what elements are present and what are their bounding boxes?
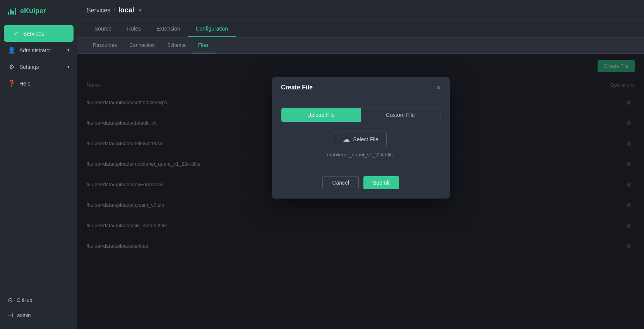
chevron-icon: ▾ (67, 48, 70, 53)
tab-extension[interactable]: Extension (149, 21, 188, 37)
header: Services / local ▾ (77, 0, 644, 21)
create-file-modal: Create File × Upload File Custom File ☁ … (272, 77, 450, 199)
main-content: Services / local ▾ Source Rules Extensio… (77, 0, 644, 329)
modal-footer: Cancel Submit (272, 176, 450, 199)
header-local: local (118, 6, 134, 14)
tab-source[interactable]: Source (87, 21, 119, 37)
select-file-label: Select File (353, 136, 378, 142)
modal-title: Create File (281, 84, 313, 91)
sidebar-bottom-admin[interactable]: ⊣ admin (0, 308, 77, 323)
github-label: GitHub (17, 297, 32, 303)
selected-file-name: mobilenet_quant_v1_224.tflite (327, 152, 394, 158)
administrator-icon: 👤 (8, 46, 15, 54)
upload-file-toggle[interactable]: Upload File (281, 108, 361, 122)
logo-text: eKuiper (20, 7, 46, 15)
modal-overlay: Create File × Upload File Custom File ☁ … (77, 54, 644, 329)
sidebar-nav: ⤢ Services 👤 Administrator ▾ ⚙ Settings … (0, 22, 77, 286)
header-services: Services (87, 7, 110, 14)
sidebar-item-label: Services (23, 31, 44, 37)
sidebar-item-label: Help (19, 81, 31, 87)
logo-icon (8, 8, 16, 15)
sidebar-bottom: ⊙ GitHub ⊣ admin (0, 286, 77, 329)
sidebar-item-label: Settings (19, 64, 39, 70)
sidebar-logo: eKuiper (0, 0, 77, 22)
settings-icon: ⚙ (8, 63, 15, 70)
sidebar-item-label: Administrator (19, 47, 51, 53)
select-file-area: ☁ Select File mobilenet_quant_v1_224.tfl… (281, 132, 440, 158)
upload-cloud-icon: ☁ (343, 135, 350, 144)
admin-icon: ⊣ (8, 312, 13, 319)
chevron-icon: ▾ (67, 64, 70, 69)
services-icon: ⤢ (12, 30, 19, 37)
sub-tabs: Resources Connection Schema Files (77, 38, 644, 54)
main-tabs: Source Rules Extension Configuration (77, 21, 644, 38)
submit-button[interactable]: Submit (363, 176, 399, 189)
tab-rules[interactable]: Rules (119, 21, 149, 37)
sidebar-bottom-github[interactable]: ⊙ GitHub (0, 293, 77, 308)
sub-tab-connection[interactable]: Connection (123, 38, 161, 53)
sidebar: eKuiper ⤢ Services 👤 Administrator ▾ ⚙ S… (0, 0, 77, 329)
help-icon: ❓ (8, 80, 15, 87)
cancel-button[interactable]: Cancel (322, 176, 359, 189)
sidebar-item-settings[interactable]: ⚙ Settings ▾ (0, 58, 77, 75)
file-type-toggle-group: Upload File Custom File (281, 108, 440, 122)
select-file-button[interactable]: ☁ Select File (335, 132, 386, 147)
sidebar-item-administrator[interactable]: 👤 Administrator ▾ (0, 42, 77, 58)
sidebar-item-help[interactable]: ❓ Help (0, 75, 77, 92)
header-chevron-icon[interactable]: ▾ (139, 7, 142, 13)
modal-close-button[interactable]: × (436, 84, 440, 91)
sidebar-item-services[interactable]: ⤢ Services (4, 25, 74, 42)
modal-body: Upload File Custom File ☁ Select File mo… (272, 98, 450, 176)
admin-label: admin (17, 312, 31, 318)
content-area: Create File Name Operations /kuiper/data… (77, 54, 644, 329)
github-icon: ⊙ (8, 296, 13, 304)
sub-tab-files[interactable]: Files (192, 38, 215, 53)
sub-tab-schema[interactable]: Schema (161, 38, 192, 53)
header-separator: / (113, 7, 115, 14)
custom-file-toggle[interactable]: Custom File (361, 108, 440, 122)
sub-tab-resources[interactable]: Resources (87, 38, 123, 53)
modal-header: Create File × (272, 77, 450, 98)
tab-configuration[interactable]: Configuration (188, 21, 236, 37)
